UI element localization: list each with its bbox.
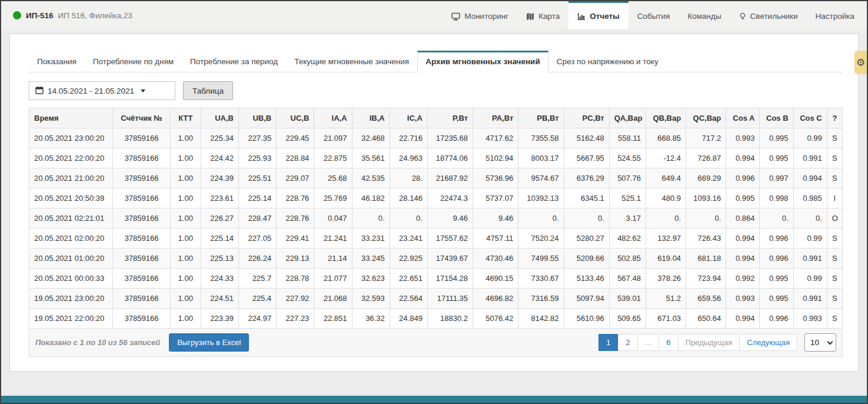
content-card: Показания Потребление по дням Потреблени…	[9, 34, 859, 372]
table-cell: 671.03	[646, 309, 686, 329]
nav-item-map[interactable]: Карта	[517, 1, 568, 29]
device-name: ИП-516	[26, 11, 53, 20]
nav-item-reports[interactable]: Отчеты	[568, 1, 628, 29]
table-cell: 37859166	[113, 309, 170, 329]
table-cell: 227.35	[239, 128, 277, 148]
page-button-2[interactable]: 2	[618, 334, 638, 351]
table-cell: 0.998	[760, 188, 793, 208]
table-cell: 0.	[646, 208, 686, 229]
table-cell: 1.00	[170, 208, 201, 229]
table-view-button[interactable]: Таблица	[183, 81, 233, 100]
table-cell: 21.097	[314, 128, 352, 148]
table-cell: 7316.59	[518, 289, 564, 309]
nav-item-monitoring[interactable]: Мониторинг	[443, 1, 517, 29]
table-cell: 28.	[390, 168, 427, 188]
table-cell: 22.925	[390, 249, 427, 269]
table-cell: 5737.07	[473, 188, 518, 208]
table-cell: 5102.94	[473, 148, 518, 168]
table-cell: 4690.15	[473, 269, 518, 289]
table-cell: 0.996	[726, 168, 760, 188]
table-cell: 649.4	[646, 168, 686, 188]
table-cell: 227.92	[277, 289, 314, 309]
table-cell: 20.05.2021 22:00:20	[29, 148, 113, 168]
page-button-1[interactable]: 1	[598, 334, 618, 351]
tab-current-instant-values[interactable]: Текущие мгновенные значения	[286, 51, 417, 72]
table-cell: 20.05.2021 00:00:33	[29, 269, 113, 289]
column-header: IA,А	[314, 108, 352, 128]
table-cell: 668.85	[646, 128, 686, 148]
table-cell: 1.00	[170, 168, 201, 188]
table-cell: 225.13	[201, 249, 238, 269]
table-cell: 6376.29	[564, 168, 609, 188]
table-cell: 726.43	[686, 229, 726, 249]
tab-voltage-current-slice[interactable]: Срез по напряжению и току	[548, 51, 667, 72]
table-cell: 21.241	[314, 229, 352, 249]
table-cell: 0.	[686, 208, 726, 229]
date-range-picker[interactable]: 14.05.2021 - 21.05.2021	[29, 81, 175, 100]
table-cell: 0.	[518, 208, 564, 229]
tab-readings[interactable]: Показания	[29, 51, 85, 72]
table-cell: 619.04	[646, 249, 686, 269]
table-cell: S	[827, 269, 842, 289]
table-cell: 4717.62	[473, 128, 518, 148]
table-cell: 0.995	[760, 289, 793, 309]
nav-item-events[interactable]: События	[628, 1, 679, 29]
table-row: 20.05.2021 02:21:01378591661.00226.27228…	[29, 208, 843, 229]
page-button-6[interactable]: 6	[659, 334, 679, 351]
nav-label: Отчеты	[590, 12, 619, 21]
tab-consumption-for-period[interactable]: Потребление за период	[182, 51, 286, 72]
table-cell: 224.97	[239, 309, 277, 329]
previous-page-button[interactable]: Предыдущая	[678, 334, 740, 351]
table-cell: 223.39	[201, 309, 238, 329]
table-cell: 5667.95	[564, 148, 609, 168]
table-cell: 22.716	[390, 128, 427, 148]
table-cell: 7330.67	[518, 269, 564, 289]
export-excel-button[interactable]: Выгрузить в Excel	[169, 333, 249, 352]
column-header: ?	[827, 108, 842, 128]
table-cell: 17439.67	[427, 249, 473, 269]
report-tabs: Показания Потребление по дням Потреблени…	[29, 51, 843, 72]
table-cell: 723.94	[686, 269, 726, 289]
table-cell: 229.45	[277, 128, 314, 148]
nav-label: Мониторинг	[464, 12, 508, 21]
report-settings-flyout-button[interactable]: ⚙	[854, 51, 867, 74]
table-cell: S	[827, 309, 842, 329]
table-cell: 37859166	[113, 148, 170, 168]
table-cell: 18774.06	[427, 148, 473, 168]
table-cell: 20.05.2021 20:50:39	[29, 188, 113, 208]
table-cell: 24.849	[390, 309, 427, 329]
table-cell: 0.	[760, 208, 793, 229]
table-row: 20.05.2021 02:00:20378591661.00225.14227…	[29, 229, 843, 249]
column-header: Cos B	[760, 108, 793, 128]
page-size-select[interactable]: 10	[804, 333, 836, 352]
next-page-button[interactable]: Следующая	[739, 334, 797, 351]
table-cell: 0.99	[793, 128, 827, 148]
tab-consumption-by-day[interactable]: Потребление по дням	[85, 51, 182, 72]
table-cell: 4730.46	[473, 249, 518, 269]
nav-item-luminaires[interactable]: Светильники	[730, 1, 807, 29]
table-cell: 1.00	[170, 229, 201, 249]
table-body: 20.05.2021 23:00:20378591661.00225.34227…	[29, 128, 843, 329]
table-cell: 225.51	[239, 168, 277, 188]
table-cell: 0.991	[793, 249, 827, 269]
tab-instant-values-archive[interactable]: Архив мгновенных значений	[417, 51, 548, 72]
table-cell: S	[827, 229, 842, 249]
table-cell: 5162.48	[564, 128, 609, 148]
table-cell: 4757.11	[473, 229, 518, 249]
table-cell: 46.182	[352, 188, 390, 208]
table-cell: 225.7	[239, 269, 277, 289]
table-cell: 33.245	[352, 249, 390, 269]
table-cell: 17235.68	[427, 128, 473, 148]
nav-item-settings[interactable]: Настройка	[807, 1, 863, 29]
table-cell: 19.05.2021 22:00:20	[29, 309, 113, 329]
table-cell: 20.05.2021 02:00:20	[29, 229, 113, 249]
table-cell: 132.97	[646, 229, 686, 249]
page-button-ellipsis: ...	[637, 334, 659, 351]
table-cell: 0.993	[726, 289, 760, 309]
nav-item-commands[interactable]: Команды	[679, 1, 730, 29]
table-cell: 24.963	[390, 148, 427, 168]
bar-chart-icon	[577, 12, 586, 21]
table-cell: 21.068	[314, 289, 352, 309]
table-cell: 5097.94	[564, 289, 609, 309]
table-cell: 0.994	[726, 148, 760, 168]
